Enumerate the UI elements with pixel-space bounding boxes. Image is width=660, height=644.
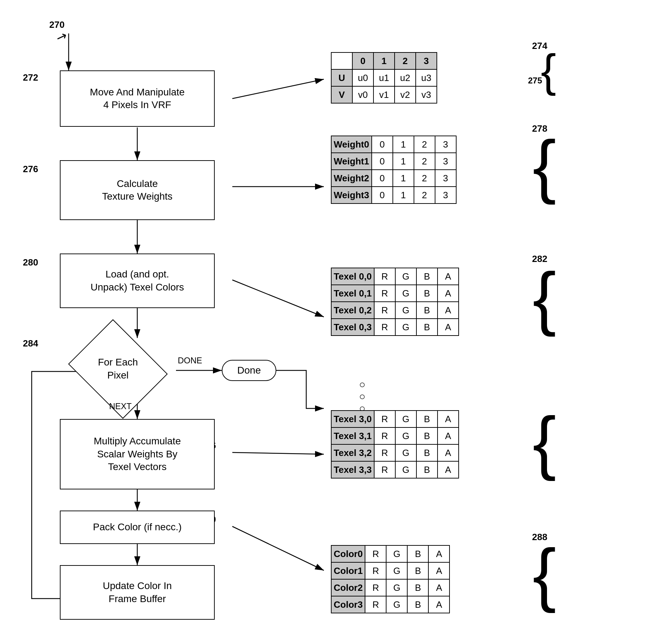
w2-0: 0 [372,170,393,187]
t31-a: A [438,427,459,444]
color-brace: { [533,539,556,609]
w3-3: 3 [435,187,456,204]
svg-line-10 [232,280,324,317]
t02-r: R [374,302,395,319]
uv-v0: v0 [352,86,373,103]
c0-r: R [365,545,386,562]
c0-b: B [407,545,428,562]
done-oval: Done [222,360,276,381]
node-272-text: Move And Manipulate4 Pixels In VRF [90,86,184,112]
t31-g: G [395,427,416,444]
t30-b: B [416,411,438,427]
w0-3: 3 [435,136,456,153]
w3-2: 2 [414,187,435,204]
t02-a: A [438,302,459,319]
t01-label: Texel 0,1 [331,285,374,302]
w3-label: Weight3 [331,187,372,204]
node-280-box: Load (and opt.Unpack) Texel Colors [60,254,215,308]
uv-row-v-label: V [331,86,352,103]
t03-label: Texel 0,3 [331,319,374,336]
w0-2: 2 [414,136,435,153]
c3-label: Color3 [331,596,365,613]
w1-3: 3 [435,153,456,170]
c1-label: Color1 [331,562,365,579]
w2-label: Weight2 [331,170,372,187]
t33-a: A [438,461,459,478]
t32-label: Texel 3,2 [331,444,374,461]
c1-g: G [386,562,407,579]
w2-3: 3 [435,170,456,187]
w3-0: 0 [372,187,393,204]
c2-g: G [386,579,407,596]
w3-1: 1 [393,187,414,204]
w2-1: 1 [393,170,414,187]
uv-u1: u1 [373,69,395,86]
node-284-text: For EachPixel [98,356,138,382]
w1-2: 2 [414,153,435,170]
c1-r: R [365,562,386,579]
uv-v2: v2 [395,86,416,103]
w0-0: 0 [372,136,393,153]
t32-r: R [374,444,395,461]
t00-label: Texel 0,0 [331,268,374,285]
c0-a: A [428,545,450,562]
node-272-label: 272 [23,72,38,83]
c2-r: R [365,579,386,596]
texel-bottom-table: Texel 3,0 R G B A Texel 3,1 R G B A Texe… [331,410,459,479]
w1-label: Weight1 [331,153,372,170]
node-290-text: Pack Color (if necc.) [93,521,182,533]
uv-u0: u0 [352,69,373,86]
t31-b: B [416,427,438,444]
next-label: NEXT [109,401,132,411]
w1-1: 1 [393,153,414,170]
weight-table: Weight0 0 1 2 3 Weight1 0 1 2 3 Weight2 … [331,136,457,204]
uv-col-2: 2 [395,52,416,69]
t02-label: Texel 0,2 [331,302,374,319]
t30-label: Texel 3,0 [331,411,374,427]
uv-col-3: 3 [416,52,437,69]
t01-g: G [395,285,416,302]
t00-g: G [395,268,416,285]
t32-a: A [438,444,459,461]
uv-row-u-label: U [331,69,352,86]
t03-g: G [395,319,416,336]
c2-label: Color2 [331,579,365,596]
uv-u2: u2 [395,69,416,86]
table-275-label: 275 [528,76,542,86]
w1-0: 0 [372,153,393,170]
svg-line-11 [232,452,324,454]
t33-b: B [416,461,438,478]
node-280-text: Load (and opt.Unpack) Texel Colors [90,268,184,294]
uv-col-0: 0 [352,52,373,69]
w2-2: 2 [414,170,435,187]
done-oval-text: Done [237,365,261,376]
node-276-label: 276 [23,164,38,175]
t33-r: R [374,461,395,478]
svg-line-8 [232,79,324,99]
texel-top-table: Texel 0,0 R G B A Texel 0,1 R G B A Texe… [331,268,459,336]
ellipsis-dots: ○○○ [359,379,366,414]
c0-g: G [386,545,407,562]
c1-a: A [428,562,450,579]
c1-b: B [407,562,428,579]
node-272-box: Move And Manipulate4 Pixels In VRF [60,70,215,127]
t01-r: R [374,285,395,302]
w0-1: 1 [393,136,414,153]
uv-v1: v1 [373,86,395,103]
c2-b: B [407,579,428,596]
uv-table: 0 1 2 3 U u0 u1 u2 u3 V v0 v1 v2 v3 [331,52,437,104]
t31-label: Texel 3,1 [331,427,374,444]
c3-r: R [365,596,386,613]
c2-a: A [428,579,450,596]
t01-b: B [416,285,438,302]
node-284-diamond: For EachPixel [60,338,176,400]
uv-v3: v3 [416,86,437,103]
c3-a: A [428,596,450,613]
t03-r: R [374,319,395,336]
t31-r: R [374,427,395,444]
t02-b: B [416,302,438,319]
texel-bottom-brace: { [533,407,556,477]
node-286-text: Multiply AccumulateScalar Weights ByTexe… [94,435,181,473]
weight-brace: { [533,130,556,201]
flowchart-diagram: 270 ↙ 272 Move And Manipulate4 Pixels In… [0,0,660,644]
